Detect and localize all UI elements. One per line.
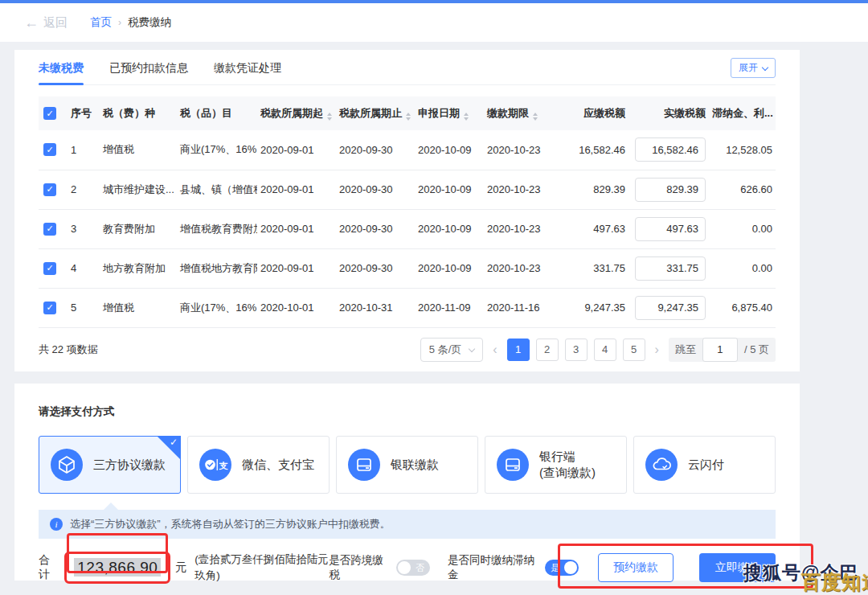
- notice-pointer: [103, 503, 119, 511]
- col-period-end[interactable]: 税款所属期止: [336, 96, 415, 130]
- breadcrumb-current: 税费缴纳: [128, 15, 171, 30]
- table-row: ✓ 2 城市维护建设... 县城、镇（增值税 2020-09-01 2020-0…: [39, 170, 776, 209]
- method-tripartite-agreement[interactable]: 三方协议缴款 ✓: [39, 436, 181, 494]
- table-row: ✓ 3 教育费附加 增值税教育费附加 2020-09-01 2020-09-30…: [39, 209, 776, 248]
- col-tax-item: 税（品）目: [177, 96, 257, 130]
- col-paid: 实缴税额: [628, 96, 709, 130]
- paid-amount-input[interactable]: [635, 256, 706, 281]
- wechat-alipay-icon: 支: [199, 449, 231, 481]
- payment-card: 请选择支付方式 三方协议缴款 ✓ 支: [14, 384, 800, 581]
- table-row: ✓ 5 增值税 商业(17%、16%、 2020-10-01 2020-10-3…: [39, 288, 776, 327]
- paid-amount-input[interactable]: [635, 178, 706, 202]
- cross-border-label: 是否跨境缴税: [329, 553, 388, 582]
- currency-label: 元: [175, 560, 186, 575]
- toggle-knob: [564, 561, 577, 574]
- sort-icon[interactable]: [464, 113, 469, 121]
- expand-button[interactable]: 展开: [731, 58, 776, 78]
- tab-bar: 未缴税费 已预约扣款信息 缴款凭证处理 展开: [39, 50, 776, 85]
- bank-card-icon: [348, 449, 380, 481]
- late-fee-toggle[interactable]: 是: [545, 560, 579, 576]
- payment-section-title: 请选择支付方式: [39, 404, 776, 419]
- page-size-select[interactable]: 5 条/页: [420, 338, 483, 362]
- chevron-down-icon: [469, 345, 475, 351]
- back-arrow-icon: ←: [24, 14, 39, 31]
- col-tax-type: 税（费）种: [100, 96, 177, 130]
- col-late-fee: 滞纳金、利...: [709, 96, 776, 130]
- method-unionpay[interactable]: 银联缴款: [336, 436, 478, 494]
- paid-amount-input[interactable]: [635, 137, 706, 162]
- svg-text:支: 支: [219, 460, 229, 470]
- selected-check-icon: ✓: [170, 437, 178, 448]
- late-fee-toggle-label: 是否同时缴纳滞纳金: [448, 553, 537, 582]
- pagination-bar: 共 22 项数据 5 条/页 ‹ 1 2 3 4 5 › 跳至 / 5 页: [39, 328, 776, 371]
- back-button[interactable]: ← 返回: [24, 14, 68, 31]
- jump-label: 跳至: [675, 343, 696, 357]
- next-page-button[interactable]: ›: [652, 343, 662, 357]
- paid-amount-input[interactable]: [635, 296, 706, 320]
- chevron-down-icon: [762, 64, 768, 70]
- tax-table-card: 未缴税费 已预约扣款信息 缴款凭证处理 展开 ✓ 序号 税（费）种 税（品）目 …: [14, 50, 800, 371]
- col-payable: 应缴税额: [558, 96, 628, 130]
- top-navigation-bar: ← 返回 首页 › 税费缴纳: [0, 3, 868, 42]
- info-icon: i: [50, 518, 63, 531]
- total-label: 合计: [39, 553, 59, 582]
- back-label: 返回: [43, 15, 68, 31]
- method-bank-terminal[interactable]: 银行端 (查询缴款): [485, 436, 627, 494]
- reserve-payment-button[interactable]: 预约缴款: [598, 553, 674, 582]
- payment-footer: 合计 123,866.90 元 (壹拾贰万叁仟捌佰陆拾陆元玖角) 是否跨境缴税 …: [39, 552, 776, 585]
- total-count-text: 共 22 项数据: [39, 343, 98, 357]
- cloud-icon: [645, 449, 678, 481]
- method-wechat-alipay[interactable]: 支 微信、支付宝: [187, 436, 330, 494]
- breadcrumb: 首页 › 税费缴纳: [90, 15, 171, 30]
- table-row: ✓ 1 增值税 商业(17%、16%、 2020-09-01 2020-09-3…: [39, 130, 776, 170]
- col-seq: 序号: [68, 96, 100, 130]
- unpaid-tax-table: ✓ 序号 税（费）种 税（品）目 税款所属期起 税款所属期止 申报日期 缴款期限…: [39, 96, 776, 328]
- select-all-checkbox[interactable]: ✓: [43, 107, 56, 120]
- row-checkbox[interactable]: ✓: [43, 223, 56, 236]
- row-checkbox[interactable]: ✓: [43, 143, 56, 156]
- tab-payment-voucher[interactable]: 缴款凭证处理: [214, 50, 281, 85]
- cross-border-toggle[interactable]: 否: [396, 560, 430, 576]
- payment-methods: 三方协议缴款 ✓ 支 微信、支付宝 银联缴款: [39, 436, 776, 494]
- sort-icon[interactable]: [406, 113, 411, 121]
- tripartite-cube-icon: [51, 449, 83, 481]
- watermark-baidu: 百度知道: [801, 569, 868, 595]
- total-pages-text: / 5 页: [738, 343, 776, 357]
- paid-amount-input[interactable]: [635, 217, 706, 241]
- amount-in-words: (壹拾贰万叁仟捌佰陆拾陆元玖角): [194, 552, 329, 585]
- page-button-3[interactable]: 3: [565, 339, 588, 361]
- col-pay-deadline[interactable]: 缴款期限: [484, 96, 558, 130]
- tab-reserved-deduction-info[interactable]: 已预约扣款信息: [109, 50, 188, 85]
- table-header-row: ✓ 序号 税（费）种 税（品）目 税款所属期起 税款所属期止 申报日期 缴款期限…: [39, 96, 776, 130]
- page-button-4[interactable]: 4: [594, 339, 616, 361]
- col-declare-date[interactable]: 申报日期: [415, 96, 484, 130]
- col-period-start[interactable]: 税款所属期起: [257, 96, 336, 130]
- breadcrumb-home-link[interactable]: 首页: [90, 15, 112, 30]
- page-button-2[interactable]: 2: [536, 339, 559, 361]
- row-checkbox[interactable]: ✓: [43, 302, 56, 314]
- bank-terminal-icon: [497, 449, 529, 481]
- total-amount: 123,866.90: [74, 558, 161, 577]
- breadcrumb-separator-icon: ›: [118, 17, 121, 28]
- row-checkbox[interactable]: ✓: [43, 262, 56, 275]
- page-button-1[interactable]: 1: [507, 339, 530, 361]
- toggle-knob: [398, 561, 411, 574]
- jump-page-input[interactable]: [702, 338, 738, 362]
- pay-now-button[interactable]: 立即缴款: [699, 553, 776, 582]
- prev-page-button[interactable]: ‹: [489, 343, 500, 357]
- method-quickpass[interactable]: 云闪付: [633, 436, 776, 494]
- tab-unpaid-taxes[interactable]: 未缴税费: [39, 50, 84, 85]
- payment-notice-banner: i 选择“三方协议缴款”，系统将自动从签订的三方协议账户中扣缴税费。: [39, 510, 776, 539]
- page-button-5[interactable]: 5: [623, 339, 645, 361]
- table-row: ✓ 4 地方教育附加 增值税地方教育附 2020-09-01 2020-09-3…: [39, 248, 776, 288]
- page-jump-group: 跳至 / 5 页: [669, 338, 776, 362]
- notice-text: 选择“三方协议缴款”，系统将自动从签订的三方协议账户中扣缴税费。: [70, 517, 391, 531]
- sort-icon[interactable]: [327, 113, 332, 121]
- total-amount-box: 123,866.90: [64, 552, 170, 584]
- sort-icon[interactable]: [533, 113, 538, 121]
- row-checkbox[interactable]: ✓: [43, 183, 56, 196]
